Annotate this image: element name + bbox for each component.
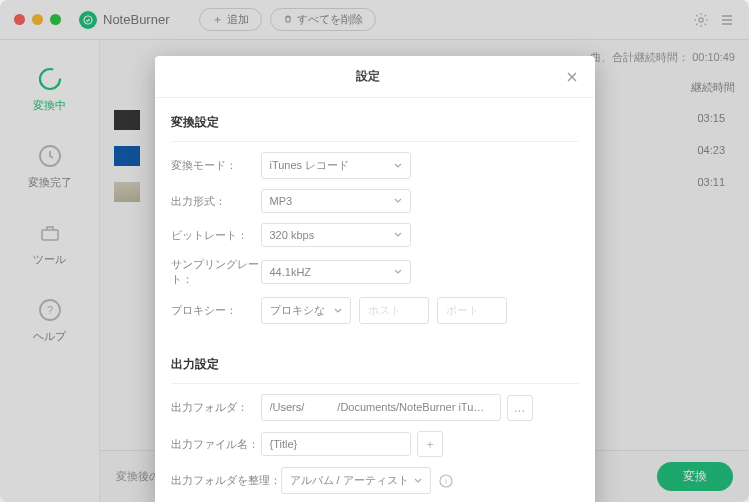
chevron-down-icon bbox=[394, 162, 402, 170]
output-folder-label: 出力フォルダ： bbox=[171, 400, 261, 415]
chevron-down-icon bbox=[394, 231, 402, 239]
output-folder-input[interactable]: /Users/​ /Documents/NoteBurner iTunes DR… bbox=[261, 394, 501, 421]
section-title-conversion: 変換設定 bbox=[171, 108, 579, 142]
proxy-select[interactable]: プロキシな bbox=[261, 297, 351, 324]
mode-label: 変換モード： bbox=[171, 158, 261, 173]
samplerate-select[interactable]: 44.1kHZ bbox=[261, 260, 411, 284]
plus-icon: ＋ bbox=[424, 436, 436, 453]
bitrate-label: ビットレート： bbox=[171, 228, 261, 243]
modal-overlay: 設定 変換設定 変換モード： iTunes レコード 出力形式： bbox=[0, 0, 749, 502]
chevron-down-icon bbox=[334, 307, 342, 315]
info-icon[interactable]: i bbox=[439, 474, 453, 488]
proxy-value: プロキシな bbox=[270, 303, 325, 318]
section-title-output: 出力設定 bbox=[171, 350, 579, 384]
proxy-host-placeholder: ホスト bbox=[368, 303, 401, 318]
proxy-label: プロキシー： bbox=[171, 303, 261, 318]
conversion-settings-section: 変換設定 変換モード： iTunes レコード 出力形式： MP3 bbox=[155, 98, 595, 340]
bitrate-select[interactable]: 320 kbps bbox=[261, 223, 411, 247]
format-label: 出力形式： bbox=[171, 194, 261, 209]
bitrate-value: 320 kbps bbox=[270, 229, 315, 241]
format-value: MP3 bbox=[270, 195, 293, 207]
proxy-port-placeholder: ポート bbox=[446, 303, 479, 318]
add-tag-button[interactable]: ＋ bbox=[417, 431, 443, 457]
format-select[interactable]: MP3 bbox=[261, 189, 411, 213]
output-settings-section: 出力設定 出力フォルダ： /Users/​ /Documents/NoteBur… bbox=[155, 340, 595, 502]
organize-label: 出力フォルダを整理： bbox=[171, 473, 281, 488]
output-filename-input[interactable]: {Title} bbox=[261, 432, 411, 456]
browse-folder-button[interactable]: … bbox=[507, 395, 533, 421]
modal-header: 設定 bbox=[155, 56, 595, 98]
ellipsis-icon: … bbox=[514, 401, 526, 415]
samplerate-label: サンプリングレート： bbox=[171, 257, 261, 287]
mode-select[interactable]: iTunes レコード bbox=[261, 152, 411, 179]
chevron-down-icon bbox=[414, 477, 422, 485]
mode-value: iTunes レコード bbox=[270, 158, 350, 173]
organize-select[interactable]: アルバム / アーティスト bbox=[281, 467, 431, 494]
chevron-down-icon bbox=[394, 268, 402, 276]
modal-title: 設定 bbox=[171, 68, 565, 85]
svg-text:i: i bbox=[445, 477, 447, 486]
settings-modal: 設定 変換設定 変換モード： iTunes レコード 出力形式： bbox=[155, 56, 595, 502]
output-folder-value: /Users/​ /Documents/NoteBurner iTunes DR… bbox=[270, 400, 490, 415]
app-window: NoteBurner ＋ 追加 すべてを削除 bbox=[0, 0, 749, 502]
close-icon[interactable] bbox=[565, 70, 579, 84]
organize-value: アルバム / アーティスト bbox=[290, 473, 409, 488]
output-filename-label: 出力ファイル名： bbox=[171, 437, 261, 452]
proxy-port-input[interactable]: ポート bbox=[437, 297, 507, 324]
chevron-down-icon bbox=[394, 197, 402, 205]
output-filename-value: {Title} bbox=[270, 438, 298, 450]
samplerate-value: 44.1kHZ bbox=[270, 266, 312, 278]
proxy-host-input[interactable]: ホスト bbox=[359, 297, 429, 324]
